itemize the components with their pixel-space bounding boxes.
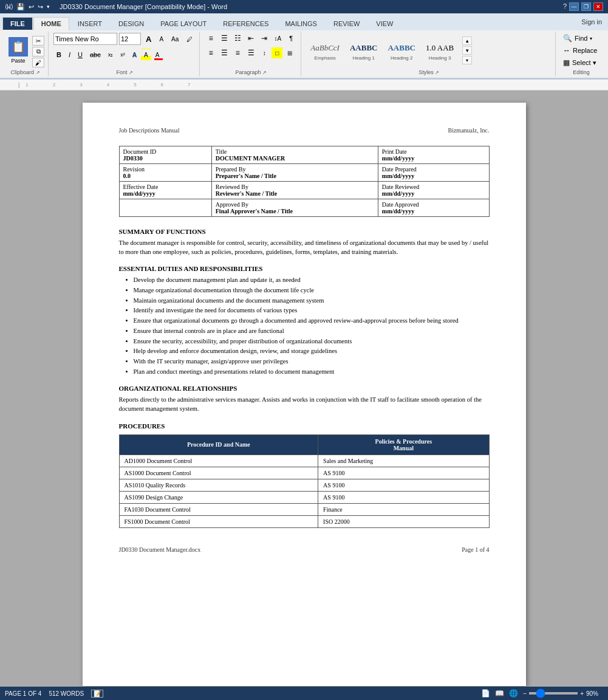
underline-button[interactable]: U <box>75 49 86 61</box>
view-web-icon[interactable]: 🌐 <box>509 689 518 698</box>
cell-value: Final Approver's Name / Title <box>216 208 374 214</box>
select-button[interactable]: ▦ Select ▾ <box>561 57 599 68</box>
cell-value: mm/dd/yyyy <box>382 190 485 197</box>
word-count-icon[interactable]: 📝 <box>91 690 103 698</box>
tab-view[interactable]: VIEW <box>368 17 401 30</box>
styles-more[interactable]: ▾ <box>462 56 472 64</box>
tab-references[interactable]: REFERENCES <box>215 17 276 30</box>
status-left: PAGE 1 OF 4 512 WORDS 📝 <box>5 690 103 698</box>
proc-id-1: AD1000 Document Control <box>119 455 318 467</box>
page-footer: JD0330 Document Manager.docx Page 1 of 4 <box>119 546 490 553</box>
tab-home[interactable]: HOME <box>33 17 69 30</box>
ribbon-body: 📋 Paste ✂ ⧉ 🖌 Clipboard ↗ A A Aa <box>0 30 608 79</box>
line-spacing-button[interactable]: ↕ <box>258 47 270 58</box>
restore-button[interactable]: ❐ <box>581 2 591 11</box>
align-left-button[interactable]: ≡ <box>205 47 217 58</box>
paste-label: Paste <box>11 58 25 64</box>
tab-page-layout[interactable]: PAGE LAYOUT <box>152 17 214 30</box>
tab-insert[interactable]: INSERT <box>70 17 110 30</box>
list-item: Develop the document management plan and… <box>134 276 490 285</box>
style-heading2[interactable]: AABBC Heading 2 <box>383 39 420 63</box>
tab-design[interactable]: DESIGN <box>111 17 152 30</box>
superscript-button[interactable]: x² <box>117 49 128 61</box>
cell-label: Prepared By <box>216 166 374 173</box>
sort-button[interactable]: ↕A <box>272 33 284 44</box>
table-cell: Print Date mm/dd/yyyy <box>378 146 489 164</box>
styles-label: Styles ↗ <box>302 69 555 75</box>
find-dropdown-icon: ▾ <box>590 36 592 41</box>
zoom-level[interactable]: 90% <box>586 690 603 697</box>
table-header-row: Procedure ID and Name Policies & Procedu… <box>119 434 489 455</box>
table-cell: Prepared By Preparer's Name / Title <box>211 164 378 182</box>
table-cell: Reviewed By Reviewer's Name / Title <box>211 182 378 199</box>
quick-access-redo[interactable]: ↪ <box>38 3 43 11</box>
copy-button[interactable]: ⧉ <box>32 47 44 57</box>
styles-scroll-down[interactable]: ▼ <box>462 46 472 55</box>
numbering-button[interactable]: ☰ <box>218 33 230 44</box>
view-read-icon[interactable]: 📖 <box>495 689 504 698</box>
quick-access-save[interactable]: 💾 <box>16 3 25 11</box>
style-emphasis[interactable]: AaBbCcI Emphasis <box>306 39 344 63</box>
list-item: Plan and conduct meetings and presentati… <box>134 368 490 377</box>
font-name-input[interactable] <box>53 33 117 45</box>
section-heading-org: ORGANIZATIONAL RELATIONSHIPS <box>119 385 490 392</box>
tab-file[interactable]: FILE <box>2 17 33 30</box>
subscript-button[interactable]: x₂ <box>105 49 117 61</box>
styles-scroll-up[interactable]: ▲ <box>462 36 472 45</box>
change-case-button[interactable]: Aa <box>168 33 182 45</box>
help-button[interactable]: ? <box>563 2 567 11</box>
zoom-out-button[interactable]: − <box>523 690 527 697</box>
strikethrough-button[interactable]: abc <box>87 49 104 61</box>
view-print-icon[interactable]: 📄 <box>481 689 490 698</box>
increase-indent-button[interactable]: ⇥ <box>258 33 270 44</box>
format-painter-button[interactable]: 🖌 <box>32 58 44 67</box>
document-area: Job Descriptions Manual Bizmanualz, Inc.… <box>0 91 608 698</box>
quick-access-more[interactable]: ▾ <box>47 4 50 10</box>
bold-button[interactable]: B <box>53 49 64 61</box>
justify-button[interactable]: ☰ <box>245 47 257 58</box>
paste-button[interactable]: 📋 Paste <box>6 36 30 65</box>
multilevel-button[interactable]: ☷ <box>231 33 244 44</box>
zoom-slider[interactable] <box>529 692 578 695</box>
borders-button[interactable]: ⊞ <box>284 47 296 58</box>
replace-button[interactable]: ↔ Replace <box>561 45 599 56</box>
italic-button[interactable]: I <box>66 49 73 61</box>
style-heading3[interactable]: 1.0 AAB Heading 3 <box>422 39 458 63</box>
tab-mailings[interactable]: MAILINGS <box>277 17 325 30</box>
decrease-indent-button[interactable]: ⇤ <box>245 33 257 44</box>
paste-icon: 📋 <box>9 37 28 57</box>
sign-in[interactable]: Sign in <box>575 16 608 27</box>
clear-format-button[interactable]: 🖊 <box>183 33 196 45</box>
procedures-table: Procedure ID and Name Policies & Procedu… <box>119 434 490 528</box>
quick-access-undo[interactable]: ↩ <box>29 3 34 11</box>
shrink-font-button[interactable]: A <box>156 33 166 45</box>
highlight-color-button[interactable]: A <box>141 49 151 61</box>
cut-button[interactable]: ✂ <box>32 36 44 46</box>
close-button[interactable]: ✕ <box>593 2 603 11</box>
font-size-input[interactable] <box>119 33 141 45</box>
cell-label: Title <box>216 148 374 155</box>
shading-button[interactable]: □ <box>272 47 282 58</box>
font-color-button[interactable]: A <box>152 49 163 61</box>
section-heading-summary: SUMMARY OF FUNCTIONS <box>119 228 490 235</box>
style-heading1[interactable]: AABBC Heading 1 <box>346 39 382 63</box>
grow-font-button[interactable]: A <box>143 33 154 45</box>
footer-right: Page 1 of 4 <box>462 546 489 553</box>
title-bar: 🄦 💾 ↩ ↪ ▾ JD0330 Document Manager [Compa… <box>0 0 608 13</box>
tab-review[interactable]: REVIEW <box>326 17 367 30</box>
minimize-button[interactable]: — <box>569 2 579 11</box>
table-cell: Date Reviewed mm/dd/yyyy <box>378 182 489 199</box>
align-center-button[interactable]: ☰ <box>218 47 230 58</box>
text-effects-button[interactable]: A <box>129 49 140 61</box>
show-marks-button[interactable]: ¶ <box>285 33 297 44</box>
proc-col-header-2: Policies & ProceduresManual <box>318 434 489 455</box>
align-right-button[interactable]: ≡ <box>231 47 244 58</box>
find-button[interactable]: 🔍 Find ▾ <box>561 33 595 44</box>
list-item: Ensure that organizational documents go … <box>134 317 490 326</box>
zoom-in-button[interactable]: + <box>580 690 584 697</box>
header-right: Bizmanualz, Inc. <box>448 127 489 134</box>
table-row: Document ID JD0330 Title DOCUMENT MANAGE… <box>119 146 489 164</box>
bullets-button[interactable]: ≡ <box>205 33 217 44</box>
section-heading-procedures: PROCEDURES <box>119 422 490 430</box>
paragraph-group: ≡ ☰ ☷ ⇤ ⇥ ↕A ¶ ≡ ☰ ≡ ☰ ↕ □ ⊞ P <box>201 32 301 77</box>
